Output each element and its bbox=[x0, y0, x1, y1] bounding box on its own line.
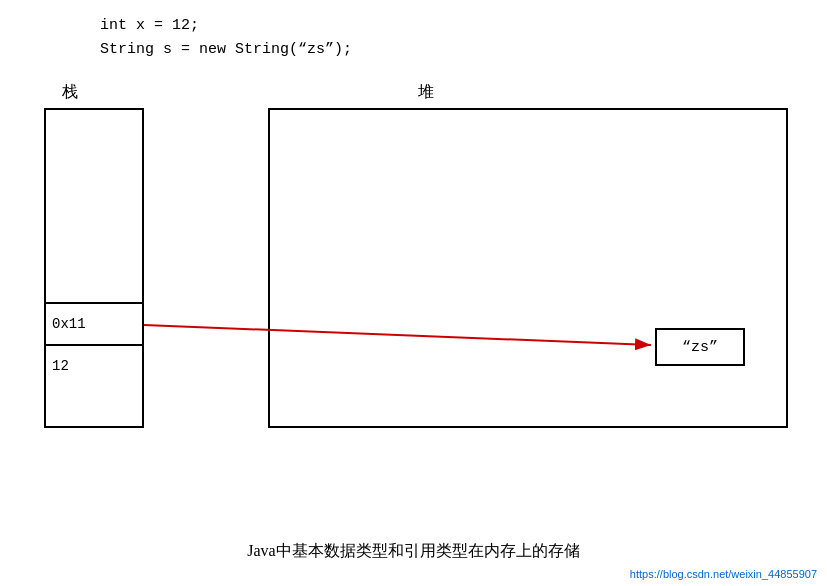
code-line-2: String s = new String(“zs”); bbox=[100, 38, 352, 62]
heap-box: “zs” bbox=[268, 108, 788, 428]
main-container: int x = 12; String s = new String(“zs”);… bbox=[0, 0, 827, 586]
stack-box: 0x11 12 bbox=[44, 108, 144, 428]
caption: Java中基本数据类型和引用类型在内存上的存储 bbox=[0, 541, 827, 562]
code-area: int x = 12; String s = new String(“zs”); bbox=[100, 14, 352, 62]
stack-cell-address: 0x11 bbox=[46, 302, 142, 344]
label-dui: 堆 bbox=[418, 82, 434, 103]
watermark: https://blog.csdn.net/weixin_44855907 bbox=[630, 568, 817, 580]
stack-cell-value: 12 bbox=[46, 344, 142, 386]
code-line-1: int x = 12; bbox=[100, 14, 352, 38]
label-zhan: 栈 bbox=[62, 82, 78, 103]
heap-string-object: “zs” bbox=[655, 328, 745, 366]
